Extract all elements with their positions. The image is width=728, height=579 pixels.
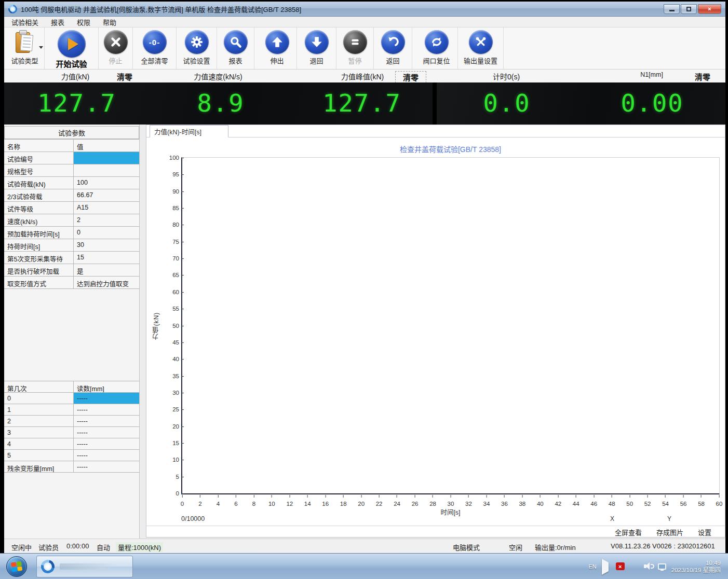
error-badge-icon[interactable]: × [616, 562, 625, 570]
minimize-button[interactable] [664, 4, 680, 14]
table-row[interactable]: 试验编号 [4, 152, 139, 164]
param-value[interactable]: 是 [74, 264, 139, 276]
table-row[interactable]: 4 ----- [4, 438, 139, 450]
timer-value: 0.0 [483, 89, 531, 117]
menu-test-related[interactable]: 试验相关 [11, 17, 38, 27]
tray-clock[interactable]: 10:49 2023/10/19 星期四 [671, 559, 721, 574]
taskbar: EN × 10:49 2023/10/19 星期四 [0, 553, 728, 579]
param-value[interactable]: 15 [74, 252, 139, 264]
start-button[interactable] [6, 556, 27, 577]
peak-clear-button[interactable]: 清零 [395, 71, 426, 83]
residual-value[interactable]: ----- [74, 461, 139, 472]
y-axis-label: 力值(kN) [152, 312, 160, 340]
table-row[interactable]: 规格型号 [4, 164, 139, 177]
reading-index: 5 [4, 450, 74, 461]
reading-value[interactable]: ----- [74, 404, 139, 415]
reading-value-selected[interactable]: ----- [74, 393, 139, 404]
table-row[interactable]: 2/3试验荷载 66.67 [4, 189, 139, 202]
test-type-button[interactable]: 试验类型 [5, 27, 45, 69]
language-indicator[interactable]: EN [588, 563, 596, 570]
taskbar-app-button[interactable] [36, 556, 133, 577]
params-table: 名称 值 试验编号 规格型号 试验荷载(kN) 100 2/3试验荷载 66.6… [4, 139, 139, 289]
fullscreen-button[interactable]: 全屏查看 [615, 527, 642, 537]
magnifier-icon [224, 30, 248, 54]
x-tick: 6 [234, 495, 237, 508]
x-tick: 38 [519, 495, 525, 508]
force-clear-button[interactable]: 清零 [117, 71, 132, 82]
tab-force-time[interactable]: 力值(kN)-时间[s] [150, 125, 228, 137]
param-value[interactable]: 2 [74, 214, 139, 226]
table-row[interactable]: 是否执行破坏加载 是 [4, 264, 139, 277]
n1-clear-button[interactable]: 清零 [695, 71, 710, 82]
start-test-button[interactable]: 开始试验 [45, 27, 99, 69]
table-row[interactable]: 试验荷载(kN) 100 [4, 177, 139, 189]
param-value[interactable] [74, 164, 139, 176]
param-value[interactable]: A15 [74, 202, 139, 214]
refresh-icon [425, 30, 449, 54]
reading-value[interactable]: ----- [74, 450, 139, 461]
chevron-down-icon[interactable] [39, 46, 43, 49]
reading-value[interactable]: ----- [74, 416, 139, 426]
menu-bar: 试验相关 报表 权限 帮助 [4, 17, 725, 27]
x-tick: 20 [358, 495, 365, 508]
table-row[interactable]: 第5次变形采集等待 15 [4, 252, 139, 264]
table-row[interactable]: 5 ----- [4, 450, 139, 461]
table-row[interactable]: 预加载持荷时间[s] 0 [4, 227, 139, 239]
table-row[interactable]: 取变形值方式 达到启控力值取变 [4, 277, 139, 289]
table-row[interactable]: 3 ----- [4, 427, 139, 438]
menu-report[interactable]: 报表 [51, 17, 64, 27]
speaker-icon[interactable] [644, 562, 653, 570]
param-label: 规格型号 [4, 164, 74, 176]
chart-settings-button[interactable]: 设置 [698, 527, 711, 537]
close-button[interactable]: × [698, 4, 721, 14]
table-row[interactable]: 残余变形量[mm] ----- [4, 461, 139, 473]
x-tick: 28 [429, 495, 436, 508]
network-icon[interactable] [658, 563, 666, 570]
sample-counter: 0/10000 [181, 515, 205, 522]
extend-button[interactable]: 伸出 [258, 27, 297, 69]
param-value[interactable]: 30 [74, 239, 139, 251]
table-header-row: 第几次 读数[mm] [4, 381, 139, 393]
toolbar: 试验类型 开始试验 停止 -0- 全部清零 试验设置 报表 [4, 27, 725, 70]
display-panel-left: 127.7 8.9 127.7 [4, 82, 433, 125]
x-tick: 4 [217, 495, 220, 508]
reading-value[interactable]: ----- [74, 427, 139, 438]
param-value[interactable]: 达到启控力值取变 [74, 277, 139, 288]
valve-reset-button[interactable]: 阀口复位 [415, 27, 458, 69]
reading-index: 0 [4, 393, 74, 404]
retract-button[interactable]: 退回 [297, 27, 336, 69]
param-value-selected[interactable] [74, 152, 139, 164]
readout-label-row: 力值(kN) 清零 力值速度(kN/s) 力值峰值(kN) 清零 计时0(s) … [4, 70, 725, 82]
param-value[interactable]: 0 [74, 227, 139, 239]
stop-button: 停止 [99, 27, 133, 69]
presentation-flag-icon[interactable] [602, 562, 611, 570]
clear-all-button[interactable]: -0- 全部清零 [133, 27, 177, 69]
menu-help[interactable]: 帮助 [103, 17, 116, 27]
table-row[interactable]: 试件等级 A15 [4, 202, 139, 214]
output-settings-button[interactable]: 输出量设置 [458, 27, 504, 69]
table-row[interactable]: 1 ----- [4, 404, 139, 416]
maximize-button[interactable] [681, 4, 697, 14]
x-tick: 34 [483, 495, 490, 508]
plot-area[interactable]: 0510152025303540455055606570758085909510… [181, 157, 720, 494]
table-row[interactable]: 2 ----- [4, 416, 139, 427]
x-tick: 12 [286, 495, 293, 508]
reading-index: 2 [4, 416, 74, 426]
menu-permission[interactable]: 权限 [77, 17, 90, 27]
table-row[interactable]: 持荷时间[s] 30 [4, 239, 139, 252]
reading-value[interactable]: ----- [74, 438, 139, 449]
clipboard-icon [16, 30, 34, 54]
param-value[interactable]: 100 [74, 177, 139, 189]
param-label: 取变形值方式 [4, 277, 74, 288]
test-settings-button[interactable]: 试验设置 [177, 27, 217, 69]
x-tick: 14 [304, 495, 311, 508]
table-row[interactable]: 速度(kN/s) 2 [4, 214, 139, 227]
report-button[interactable]: 报表 [217, 27, 254, 69]
x-tick: 10 [268, 495, 275, 508]
return-button[interactable]: 返回 [374, 27, 412, 69]
table-row[interactable]: 0 ----- [4, 393, 139, 404]
save-image-button[interactable]: 存成图片 [656, 527, 683, 537]
param-value[interactable]: 66.67 [74, 189, 139, 201]
paintbrush-icon[interactable] [630, 562, 639, 570]
x-tick: 54 [662, 495, 669, 508]
